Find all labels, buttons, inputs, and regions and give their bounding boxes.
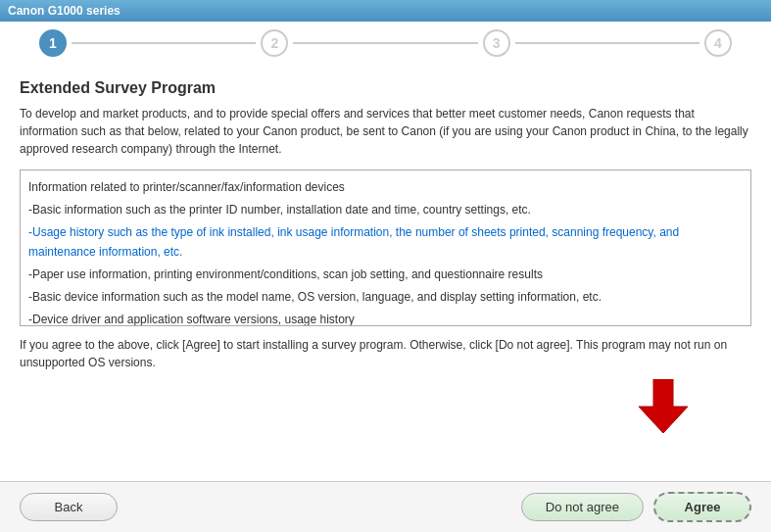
info-line-5: -Device driver and application software … bbox=[28, 311, 743, 326]
step-circle-2: 2 bbox=[261, 29, 288, 57]
do-not-agree-button[interactable]: Do not agree bbox=[521, 493, 644, 521]
info-line-1: -Basic information such as the printer I… bbox=[28, 201, 743, 219]
main-container: 1 2 3 4 Extended Survey Program To devel… bbox=[0, 22, 771, 532]
info-box[interactable]: Information related to printer/scanner/f… bbox=[20, 169, 751, 326]
info-line-4: -Basic device information such as the mo… bbox=[28, 288, 743, 307]
step-3: 3 bbox=[483, 29, 510, 57]
page-title: Extended Survey Program bbox=[20, 79, 751, 97]
steps-bar: 1 2 3 4 bbox=[0, 22, 771, 65]
step-circle-4: 4 bbox=[704, 29, 732, 57]
agree-button[interactable]: Agree bbox=[653, 492, 751, 522]
footer-text: If you agree to the above, click [Agree]… bbox=[20, 336, 751, 371]
agree-arrow-icon bbox=[634, 379, 693, 433]
arrow-area bbox=[20, 379, 751, 433]
step-4: 4 bbox=[704, 29, 732, 57]
content-area: Extended Survey Program To develop and m… bbox=[0, 65, 771, 481]
step-circle-3: 3 bbox=[483, 29, 510, 57]
step-connector-3 bbox=[515, 42, 699, 44]
title-bar-label: Canon G1000 series bbox=[8, 4, 120, 18]
back-button[interactable]: Back bbox=[20, 493, 118, 521]
intro-text: To develop and market products, and to p… bbox=[20, 105, 751, 158]
svg-marker-0 bbox=[639, 379, 688, 433]
info-line-0: Information related to printer/scanner/f… bbox=[28, 178, 743, 197]
buttons-bar: Back Do not agree Agree bbox=[0, 481, 771, 532]
right-buttons: Do not agree Agree bbox=[521, 492, 751, 522]
info-line-2: -Usage history such as the type of ink i… bbox=[28, 223, 743, 261]
step-connector-2 bbox=[293, 42, 477, 44]
step-circle-1: 1 bbox=[39, 29, 67, 57]
title-bar: Canon G1000 series bbox=[0, 0, 771, 22]
step-connector-1 bbox=[72, 42, 256, 44]
step-1: 1 bbox=[39, 29, 67, 57]
step-2: 2 bbox=[261, 29, 288, 57]
info-line-3: -Paper use information, printing environ… bbox=[28, 266, 743, 284]
